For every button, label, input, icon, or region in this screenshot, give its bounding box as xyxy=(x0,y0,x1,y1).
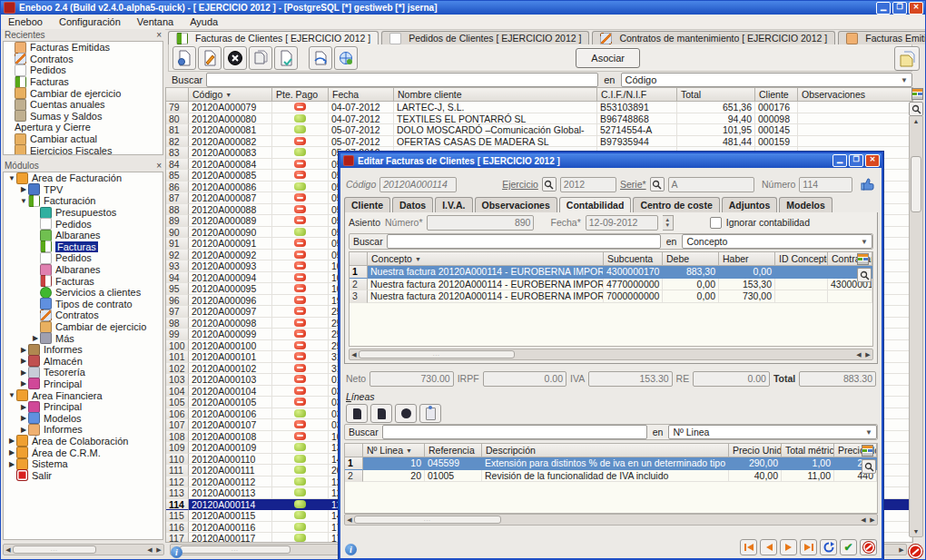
tree-item[interactable]: ▼ Facturación xyxy=(4,195,163,207)
menu-ventana[interactable]: Ventana xyxy=(137,16,173,27)
tree-expander-icon[interactable]: ▶ xyxy=(19,346,28,354)
date-spinner[interactable]: ▲▼ xyxy=(663,215,674,231)
scroll-up-icon[interactable]: ▲ xyxy=(910,116,922,126)
recent-item[interactable]: Apertura y Cierre xyxy=(4,122,163,133)
recent-item[interactable]: Cambiar actual xyxy=(4,133,163,145)
copy-record-button[interactable] xyxy=(249,46,272,70)
line-row[interactable]: 2 20 01005 Revisión de la funcionalidad … xyxy=(345,470,877,483)
tree-item[interactable]: ▶ Principal xyxy=(4,378,163,390)
lines-hscrollbar[interactable]: ◀ ∙∙∙ ◀ ▶ xyxy=(344,514,878,526)
invoice-row[interactable]: 81 20120A000081 05-07-2012 DOLO MOSCARDÓ… xyxy=(166,124,912,136)
modulos-close-icon[interactable]: × xyxy=(156,161,162,171)
header-cif[interactable]: C.I.F./N.I.F xyxy=(597,88,677,102)
tree-item[interactable]: ▶ Sistema xyxy=(4,458,163,470)
thumbs-up-icon[interactable] xyxy=(860,177,876,192)
concept-hscrollbar[interactable]: ◀ ∙∙∙ ◀ ▶ xyxy=(349,349,873,360)
insert-line-button[interactable] xyxy=(346,404,368,423)
table-options-icon[interactable] xyxy=(857,253,872,267)
tree-item[interactable]: ▶ Modelos xyxy=(4,412,163,424)
scroll-right-icon[interactable]: ▶ xyxy=(154,546,163,554)
dialog-tab[interactable]: Cliente xyxy=(344,197,390,212)
tree-expander-icon[interactable]: ▼ xyxy=(7,174,16,182)
dialog-tab[interactable]: Adjuntos xyxy=(722,197,778,212)
recent-item[interactable]: Cuentas anuales xyxy=(4,99,163,111)
recent-item[interactable]: Contratos xyxy=(4,54,163,65)
cancel-form-button[interactable] xyxy=(909,545,922,558)
menu-configuracion[interactable]: Configuración xyxy=(59,16,121,27)
tree-item[interactable]: Albaranes xyxy=(4,264,163,276)
scroll-right-icon[interactable]: ▶ xyxy=(863,351,872,359)
recent-item[interactable]: Facturas Emitidas xyxy=(4,42,163,54)
recent-item[interactable]: Cambiar de ejercicio xyxy=(4,87,163,99)
dialog-tab[interactable]: Contabilidad xyxy=(559,197,632,213)
delete-line-button[interactable] xyxy=(395,404,417,423)
recientes-close-icon[interactable]: × xyxy=(156,30,162,40)
edit-line-button[interactable] xyxy=(370,404,392,423)
insert-record-button[interactable] xyxy=(172,46,196,70)
tree-item[interactable]: ▶ Área de C.R.M. xyxy=(4,447,163,458)
tree-expander-icon[interactable]: ▶ xyxy=(31,334,40,342)
tree-expander-icon[interactable]: ▼ xyxy=(19,197,28,205)
search-input[interactable] xyxy=(206,73,598,87)
tree-item[interactable]: Facturas xyxy=(4,275,163,287)
tree-item[interactable]: ▶ Informes xyxy=(4,424,163,436)
tree-item[interactable]: Cambiar de ejercicio xyxy=(4,321,163,333)
asociar-button[interactable]: Asociar xyxy=(576,48,640,68)
search-field-select[interactable]: Código ▼ xyxy=(621,73,913,87)
main-tab[interactable]: Facturas Emitidas [ EJERCICIO 2011 ] xyxy=(838,31,926,44)
ejercicio-label[interactable]: Ejercicio xyxy=(502,179,538,190)
asiento-fecha-field[interactable]: 12-09-2012 xyxy=(586,215,658,231)
main-tab[interactable]: Facturas de Clientes [ EJERCICIO 2012 ] xyxy=(168,31,379,45)
duplicate-record-button[interactable] xyxy=(274,46,298,70)
asiento-numero-field[interactable]: 890 xyxy=(427,215,534,231)
table-vscrollbar[interactable]: ▲ ▼ xyxy=(909,115,923,537)
scroll-left-icon[interactable]: ◀ xyxy=(145,546,154,554)
lines-search-input[interactable] xyxy=(382,425,647,439)
table-options-icon[interactable] xyxy=(862,445,876,458)
tree-item[interactable]: ▶ Principal xyxy=(4,401,163,413)
invoice-row[interactable]: 80 20120A000080 04-07-2012 TEXTILES EL P… xyxy=(166,113,912,125)
dialog-tab[interactable]: Centro de coste xyxy=(633,197,719,212)
recent-item[interactable]: Ejercicios Fiscales xyxy=(4,144,163,155)
cancel-button[interactable] xyxy=(860,539,877,555)
tree-item[interactable]: ▶ TPV xyxy=(4,184,163,196)
serie-search-icon[interactable] xyxy=(650,177,665,192)
first-record-button[interactable] xyxy=(740,539,757,555)
header-pte-pago[interactable]: Pte. Pago xyxy=(272,88,329,102)
line-row[interactable]: 1 10 045599 Extensión para distintos % d… xyxy=(345,457,877,470)
minimize-button[interactable]: ▁ xyxy=(876,2,891,15)
dialog-tab[interactable]: Modelos xyxy=(779,197,832,212)
tree-item[interactable]: Presupuestos xyxy=(4,207,163,219)
web-refresh-button[interactable] xyxy=(334,46,358,70)
tree-item[interactable]: Pedidos xyxy=(4,218,163,230)
delete-record-button[interactable] xyxy=(223,46,247,70)
recent-item[interactable]: Pedidos xyxy=(4,64,163,76)
tree-expander-icon[interactable]: ▶ xyxy=(19,368,28,377)
tree-expander-icon[interactable]: ▶ xyxy=(19,357,28,365)
concept-search-input[interactable] xyxy=(387,234,661,249)
header-nlinea[interactable]: Nº Linea▼ xyxy=(363,444,425,457)
header-cliente[interactable]: Cliente xyxy=(755,88,798,102)
tree-expander-icon[interactable]: ▶ xyxy=(19,185,28,193)
scroll-right-icon[interactable]: ▶ xyxy=(897,546,906,554)
scroll-left-icon[interactable]: ◀ xyxy=(350,351,359,359)
tree-item[interactable]: Servicios a clientes xyxy=(4,287,163,299)
last-record-button[interactable] xyxy=(800,539,817,555)
tree-expander-icon[interactable]: ▶ xyxy=(19,403,28,411)
tree-item[interactable]: ▼ Area de Facturación xyxy=(4,172,163,184)
next-record-button[interactable] xyxy=(780,539,797,555)
scroll-left-icon[interactable]: ◀ xyxy=(345,516,354,524)
serie-label[interactable]: Serie* xyxy=(620,179,646,190)
tree-item[interactable]: ▼ Area Financiera xyxy=(4,389,163,401)
tree-expander-icon[interactable]: ▶ xyxy=(7,437,16,445)
scroll-down-icon[interactable]: ▼ xyxy=(910,526,922,536)
concept-row[interactable]: 2 Nuestra factura 20120A000114 - EUROBER… xyxy=(350,279,872,291)
dialog-maximize-button[interactable]: ❐ xyxy=(849,154,863,167)
tree-item[interactable]: Albaranes xyxy=(4,230,163,241)
tree-expander-icon[interactable]: ▶ xyxy=(7,448,16,457)
lines-field-select[interactable]: Nº Linea ▼ xyxy=(668,425,877,439)
codigo-field[interactable]: 20120A000114 xyxy=(379,177,457,192)
scroll-left-icon[interactable]: ◀ xyxy=(859,516,868,524)
refresh-button[interactable] xyxy=(820,539,837,555)
previous-record-button[interactable] xyxy=(760,539,777,555)
